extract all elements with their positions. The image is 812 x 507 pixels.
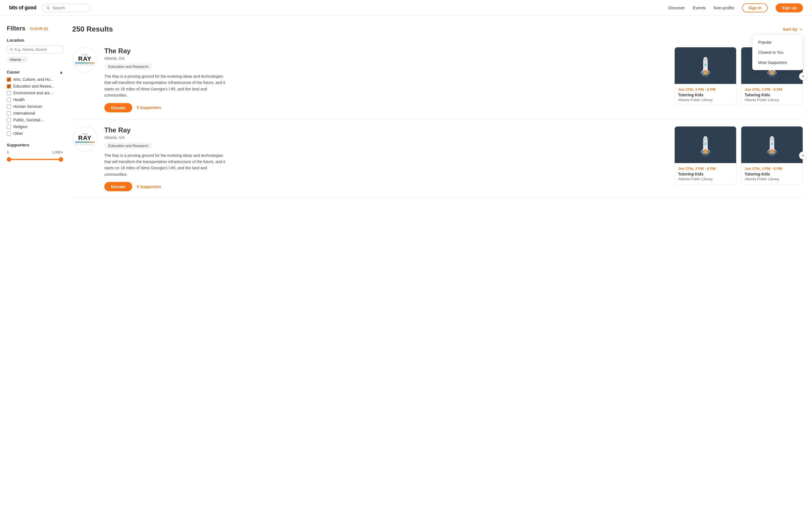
cause-label-5: International [13, 111, 35, 115]
chevron-down-icon [799, 27, 803, 31]
cause-item-0[interactable]: Arts, Culture, and Hu... [7, 77, 63, 82]
svg-point-2 [10, 48, 12, 50]
sort-option-popular[interactable]: Popular [753, 37, 803, 47]
org-location-1: Atlanta, GA [104, 135, 668, 140]
filters-header: Filters CLEAR (2) [7, 25, 63, 32]
nav-discover[interactable]: Discover [668, 5, 685, 10]
cause-label-6: Public, Societal... [13, 118, 43, 122]
range-thumb-left[interactable] [7, 157, 11, 162]
nav-events[interactable]: Events [693, 5, 706, 10]
event-image-1-0 [675, 126, 736, 163]
svg-line-3 [12, 50, 13, 51]
sort-menu: Popular Closest to You Most Supporters [752, 35, 803, 70]
cause-item-6[interactable]: Public, Societal... [7, 118, 63, 122]
cause-label-1: Education and Resea... [13, 84, 54, 89]
supporters-count-0: 5 Supporters [137, 105, 161, 110]
rocket-icon [697, 53, 714, 78]
search-input[interactable] [52, 6, 86, 10]
org-logo-1: THE RAY Let's drive the future. [72, 126, 98, 152]
range-thumb-right[interactable] [59, 157, 63, 162]
cause-checkbox-7[interactable] [7, 125, 11, 129]
sort-button[interactable]: Sort by [783, 27, 803, 32]
cause-checkbox-5[interactable] [7, 111, 11, 115]
event-date-1-0: Jun 27th, 3 PM - 6 PM [678, 166, 733, 171]
event-card-1-1[interactable]: Jun 27th, 3 PM - 6 PM Tutoring Kids Atla… [741, 126, 803, 185]
cause-checkbox-1[interactable] [7, 84, 11, 89]
signin-button[interactable]: Sign In [742, 3, 768, 12]
card-actions-1: Donate 5 Supporters [104, 182, 668, 191]
cause-item-3[interactable]: Health [7, 98, 63, 102]
location-tag: Atlanta × [7, 56, 28, 63]
range-fill [7, 159, 63, 160]
event-location-1-0: Atlanta Public Library [678, 177, 733, 181]
chevron-right-icon [801, 154, 805, 157]
search-box[interactable] [42, 4, 91, 12]
cause-item-1[interactable]: Education and Resea... [7, 84, 63, 89]
cause-item-8[interactable]: Other [7, 131, 63, 136]
donate-button-1[interactable]: Donate [104, 182, 132, 191]
event-card-1-0[interactable]: Jun 27th, 3 PM - 6 PM Tutoring Kids Atla… [674, 126, 737, 185]
supporters-count-1: 5 Supporters [137, 184, 161, 189]
clear-filters-button[interactable]: CLEAR (2) [30, 26, 48, 31]
event-info-1-0: Jun 27th, 3 PM - 6 PM Tutoring Kids Atla… [675, 163, 736, 184]
cause-label-8: Other [13, 131, 23, 136]
supporters-slider[interactable] [7, 157, 63, 162]
svg-point-33 [770, 143, 773, 145]
event-name-0-0: Tutoring Kids [678, 93, 733, 97]
event-info-1-1: Jun 27th, 3 PM - 6 PM Tutoring Kids Atla… [741, 163, 803, 184]
supporters-filter: Supporters 0 1,000+ [7, 143, 63, 162]
events-next-button-0[interactable] [799, 72, 807, 80]
cause-checkbox-3[interactable] [7, 98, 11, 102]
cause-list: Arts, Culture, and Hu...Education and Re… [7, 77, 63, 136]
events-wrapper-1: Jun 27th, 3 PM - 6 PM Tutoring Kids Atla… [674, 126, 803, 185]
svg-point-35 [771, 151, 773, 153]
rocket-icon [763, 132, 780, 158]
sort-dropdown: Sort by Popular Closest to You Most Supp… [783, 27, 803, 32]
event-date-0-0: Jun 27th, 3 PM - 6 PM [678, 87, 733, 92]
donate-button-0[interactable]: Donate [104, 103, 132, 112]
cause-checkbox-4[interactable] [7, 105, 11, 109]
supporters-label: Supporters [7, 143, 63, 147]
event-image-1-1 [741, 126, 803, 163]
event-name-1-0: Tutoring Kids [678, 172, 733, 176]
cause-checkbox-0[interactable] [7, 77, 11, 82]
cause-item-7[interactable]: Religion [7, 124, 63, 129]
event-date-0-1: Jun 27th, 3 PM - 6 PM [745, 87, 799, 92]
supporters-range: 0 1,000+ [7, 150, 63, 154]
cause-item-4[interactable]: Human Services [7, 104, 63, 109]
event-location-0-1: Atlanta Public Library [745, 98, 799, 102]
org-tag-1: Education and Research [104, 143, 152, 149]
result-card-1: THE RAY Let's drive the future. The Ray … [72, 119, 803, 199]
org-name-1: The Ray [104, 126, 668, 134]
org-info-1: The Ray Atlanta, GA Education and Resear… [104, 126, 668, 191]
event-location-1-1: Atlanta Public Library [745, 177, 799, 181]
logo: bits of good [9, 5, 36, 11]
cause-checkbox-8[interactable] [7, 131, 11, 136]
cause-label-7: Religion [13, 124, 28, 129]
results-count: 250 Results [72, 25, 113, 34]
cause-item-5[interactable]: International [7, 111, 63, 115]
nav-nonprofits[interactable]: Non-profits [714, 5, 734, 10]
search-icon [46, 6, 50, 10]
cause-collapse-button[interactable]: ▲ [59, 70, 63, 74]
cause-checkbox-2[interactable] [7, 91, 11, 95]
org-desc-0: The Ray is a proving ground for the evol… [104, 73, 229, 99]
sort-label: Sort by [783, 27, 797, 32]
sort-option-closest[interactable]: Closest to You [753, 47, 803, 57]
svg-point-27 [705, 151, 706, 153]
location-input-wrapper[interactable] [7, 45, 63, 54]
org-desc-1: The Ray is a proving ground for the evol… [104, 152, 229, 178]
sort-option-supporters[interactable]: Most Supporters [753, 57, 803, 68]
supporters-min: 0 [7, 150, 9, 154]
cause-checkbox-6[interactable] [7, 118, 11, 122]
result-card-0: THE RAY Let's drive the future. The Ray … [72, 40, 803, 119]
location-field[interactable] [15, 47, 60, 52]
filters-title: Filters [7, 25, 26, 32]
events-next-button-1[interactable] [799, 152, 807, 159]
signup-button[interactable]: Sign Up [776, 3, 803, 12]
event-card-0-0[interactable]: Jun 27th, 3 PM - 6 PM Tutoring Kids Atla… [674, 47, 737, 106]
cause-label-3: Health [13, 98, 24, 102]
cause-item-2[interactable]: Environment and ani... [7, 91, 63, 95]
org-logo-inner: THE RAY Let's drive the future. [73, 131, 97, 147]
remove-location-tag[interactable]: × [22, 58, 24, 62]
